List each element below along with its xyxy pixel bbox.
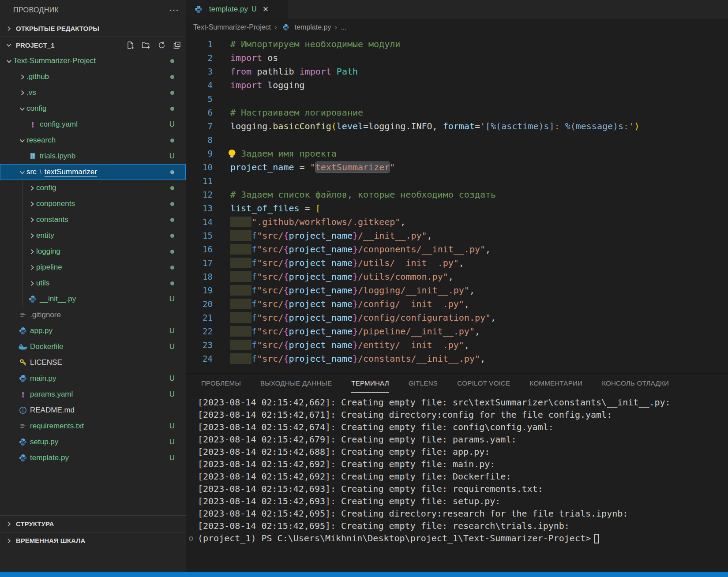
lightbulb-icon[interactable] xyxy=(229,150,235,156)
tree-item-config[interactable]: config xyxy=(0,101,186,116)
tab-template-py[interactable]: template.py U × xyxy=(186,0,289,19)
tree-item-conponents[interactable]: conponents xyxy=(0,196,186,212)
terminal-prompt[interactable]: (project_1) PS C:\Users\Mikhnin\Desktop\… xyxy=(198,533,728,545)
code-line[interactable]: 22 f"src/{project_name}/pipeline/__init_… xyxy=(186,324,728,338)
code-line[interactable]: 14 ".github/workflows/.gitkeep", xyxy=(186,215,728,229)
tree-item-.vs[interactable]: .vs xyxy=(0,85,186,101)
panel-tab-терминал[interactable]: ТЕРМИНАЛ xyxy=(351,374,389,393)
code-line[interactable]: 24 f"src/{project_name}/constants/__init… xyxy=(186,352,728,365)
tree-item-.gitignore[interactable]: .gitignore xyxy=(0,307,186,323)
yaml-icon: ! xyxy=(18,390,28,399)
code-line[interactable]: 2import os xyxy=(186,51,728,64)
close-icon[interactable]: × xyxy=(263,4,268,14)
panel-tab-консоль-отладки[interactable]: КОНСОЛЬ ОТЛАДКИ xyxy=(602,374,669,393)
code-area[interactable]: 1# Импортируем необходимые модули2import… xyxy=(186,36,728,373)
tree-item-LICENSE[interactable]: LICENSE xyxy=(0,355,186,371)
panel-tab-комментарии[interactable]: КОММЕНТАРИИ xyxy=(530,374,583,393)
tree-item-.github[interactable]: .github xyxy=(0,69,186,85)
tree-item-Dockerfile[interactable]: DockerfileU xyxy=(0,339,186,355)
project-section-header[interactable]: PROJECT_1 xyxy=(0,37,186,53)
open-editors-label: ОТКРЫТЫЕ РЕДАКТОРЫ xyxy=(16,25,99,32)
timeline-section[interactable]: ВРЕМЕННАЯ ШКАЛА xyxy=(0,532,186,549)
code-line[interactable]: 11 xyxy=(186,174,728,187)
code-line[interactable]: 1# Импортируем необходимые модули xyxy=(186,37,728,51)
panel-tab-проблемы[interactable]: ПРОБЛЕМЫ xyxy=(201,374,241,393)
terminal-line: [2023-08-14 02:15:42,688]: Creating empt… xyxy=(198,446,728,459)
code-line[interactable]: 15 f"src/{project_name}/__init__.py", xyxy=(186,229,728,242)
tree-item-trials.ipynb[interactable]: trials.ipynbU xyxy=(0,148,186,164)
status-bar[interactable] xyxy=(0,572,728,577)
chevron-right-icon xyxy=(18,88,26,97)
new-folder-icon[interactable] xyxy=(142,41,150,49)
terminal-output[interactable]: [2023-08-14 02:15:42,662]: Creating empt… xyxy=(186,393,728,572)
code-line[interactable]: 5 xyxy=(186,92,728,105)
timeline-label: ВРЕМЕННАЯ ШКАЛА xyxy=(16,537,85,544)
tree-item-main.py[interactable]: main.pyU xyxy=(0,371,186,386)
breadcrumb-project[interactable]: Text-Summarizer-Project xyxy=(193,23,271,31)
panel-tab-copilot-voice[interactable]: COPILOT VOICE xyxy=(457,374,510,393)
code-line[interactable]: 18 f"src/{project_name}/utils/common.py"… xyxy=(186,270,728,283)
breadcrumb-file[interactable]: template.py xyxy=(295,23,331,31)
code-line[interactable]: 4import logging xyxy=(186,78,728,92)
line-number: 12 xyxy=(186,190,230,199)
tree-item-app.py[interactable]: app.pyU xyxy=(0,323,186,339)
code-line[interactable]: 13list_of_files = [ xyxy=(186,201,728,215)
outline-section[interactable]: СТРУКТУРА xyxy=(0,515,186,532)
line-number: 2 xyxy=(186,53,230,63)
tree-item-requirements.txt[interactable]: requirements.txtU xyxy=(0,418,186,434)
panel-tab-выходные-данные[interactable]: ВЫХОДНЫЕ ДАННЫЕ xyxy=(260,374,332,393)
line-number: 1 xyxy=(186,39,230,49)
tree-item-config[interactable]: config xyxy=(0,180,186,196)
tree-item-entity[interactable]: entity xyxy=(0,228,186,244)
tree-item-setup.py[interactable]: setup.pyU xyxy=(0,434,186,450)
tree-item-params.yaml[interactable]: !params.yamlU xyxy=(0,386,186,402)
code-line[interactable]: 16 f"src/{project_name}/conponents/__ini… xyxy=(186,242,728,256)
open-editors-section[interactable]: ОТКРЫТЫЕ РЕДАКТОРЫ xyxy=(0,20,186,37)
chevron-right-icon xyxy=(27,247,36,256)
breadcrumb-symbol[interactable]: ... xyxy=(341,23,346,31)
code-line[interactable]: 19 f"src/{project_name}/logging/__init__… xyxy=(186,283,728,297)
chevron-right-icon xyxy=(4,520,13,528)
code-line[interactable]: 3from pathlib import Path xyxy=(186,64,728,78)
collapse-all-icon[interactable] xyxy=(173,41,181,49)
line-number: 5 xyxy=(186,94,230,104)
tree-item-label: src \ textSummarizer xyxy=(26,168,97,176)
line-number: 17 xyxy=(186,258,230,268)
code-line[interactable]: 23 f"src/{project_name}/entity/__init__.… xyxy=(186,338,728,352)
tree-item-research[interactable]: research xyxy=(0,132,186,148)
code-line[interactable]: 9# Задаем имя проекта xyxy=(186,146,728,160)
tree-item-README.md[interactable]: README.md xyxy=(0,402,186,418)
refresh-icon[interactable] xyxy=(158,41,166,49)
tree-item-config.yaml[interactable]: !config.yamlU xyxy=(0,116,186,132)
code-line[interactable]: 6# Настраиваем логирование xyxy=(186,105,728,119)
tree-item-pipeline[interactable]: pipeline xyxy=(0,259,186,275)
more-actions-icon[interactable]: ⋯ xyxy=(169,8,180,12)
tree-item-src-textSummarizer[interactable]: src \ textSummarizer xyxy=(0,164,186,180)
code-line[interactable]: 17 f"src/{project_name}/utils/__init__.p… xyxy=(186,256,728,270)
code-line[interactable]: 7logging.basicConfig(level=logging.INFO,… xyxy=(186,119,728,133)
git-status-badge: U xyxy=(166,438,178,446)
tree-item-label: .gitignore xyxy=(30,311,61,319)
tree-item-label: config xyxy=(36,184,56,192)
tree-item-constants[interactable]: constants xyxy=(0,212,186,228)
code-line[interactable]: 10project_name = "textSummarizer" xyxy=(186,160,728,174)
yaml-icon: ! xyxy=(27,120,38,129)
code-line[interactable]: 20 f"src/{project_name}/config/__init__.… xyxy=(186,297,728,311)
explorer-sidebar: ПРОВОДНИК ⋯ ОТКРЫТЫЕ РЕДАКТОРЫ PROJECT_1 xyxy=(0,0,186,572)
tree-item-utils[interactable]: utils xyxy=(0,275,186,291)
panel-tab-gitlens[interactable]: GITLENS xyxy=(409,374,438,393)
chevron-right-icon xyxy=(27,215,36,224)
tree-item-__init__.py[interactable]: __init__.pyU xyxy=(0,291,186,307)
line-number: 21 xyxy=(186,313,230,322)
chevron-down-icon xyxy=(4,41,13,49)
code-line[interactable]: 8 xyxy=(186,133,728,146)
tree-item-template.py[interactable]: template.pyU xyxy=(0,450,186,466)
project-label: PROJECT_1 xyxy=(16,41,55,49)
new-file-icon[interactable] xyxy=(126,41,135,49)
code-line[interactable]: 21 f"src/{project_name}/config/configura… xyxy=(186,311,728,324)
git-status-badge: U xyxy=(166,342,178,351)
tree-item-logging[interactable]: logging xyxy=(0,244,186,259)
tree-item-Text-Summarizer-Project[interactable]: Text-Summarizer-Project xyxy=(0,53,186,69)
line-number: 4 xyxy=(186,80,230,90)
code-line[interactable]: 12# Задаем список файлов, которые необхо… xyxy=(186,187,728,201)
